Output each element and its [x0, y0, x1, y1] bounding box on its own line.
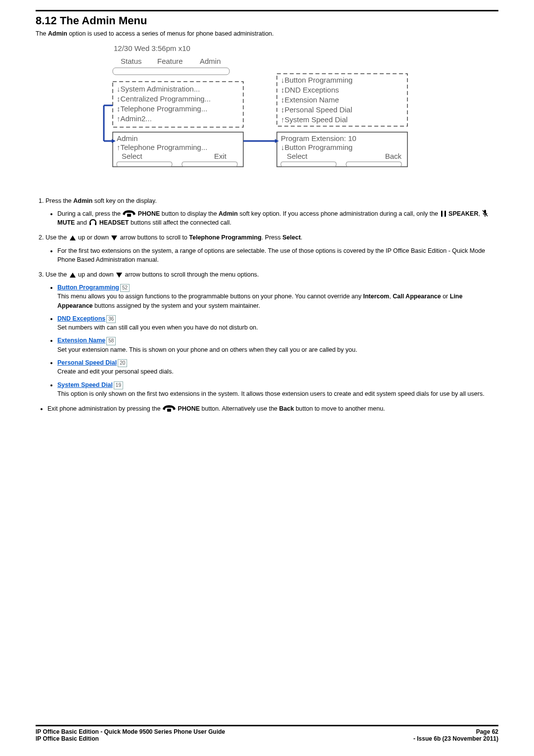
diagram-panel2-softkey-right — [346, 162, 401, 167]
pageref-2: 58 — [106, 337, 116, 345]
svg-rect-12 — [167, 409, 171, 412]
desc0-pre: This menu allows you to assign functions… — [57, 293, 363, 300]
diagram-panel1-line2: ↑Telephone Programming... — [117, 143, 207, 151]
diagram-panel1-left: Select — [122, 152, 143, 160]
step-3: Use the up and down arrow buttons to scr… — [45, 270, 498, 398]
step-2: Use the up or down arrow buttons to scro… — [45, 233, 498, 264]
desc4: This option is only shown on the first t… — [57, 390, 485, 397]
footer-right-2: - Issue 6b (23 November 2011) — [413, 735, 498, 742]
speaker-icon — [441, 210, 446, 217]
desc0-b2: Call Appearance — [393, 293, 441, 300]
step2-sublist: For the first two extensions on the syst… — [45, 246, 498, 264]
diagram-arrowhead-1 — [112, 139, 116, 143]
svg-marker-8 — [70, 236, 76, 240]
desc2: Set your extension name. This is shown o… — [57, 346, 357, 353]
step2-target: Telephone Programming — [189, 234, 262, 241]
step1-sublist: During a call, press the PHONE button to… — [45, 209, 498, 227]
diagram-panel2-left: Select — [287, 152, 308, 160]
footer-left-1: IP Office Basic Edition - Quick Mode 950… — [36, 728, 225, 735]
link-system-speed-dial[interactable]: System Speed Dial — [57, 381, 113, 388]
step3-item-dnd: DND Exceptions36 Set numbers with can st… — [57, 314, 498, 332]
diagram-menu2-2: ↕Extension Name — [281, 95, 339, 104]
step1-mid2: soft key option. If you access phone adm… — [238, 210, 440, 217]
step2-bullet: For the first two extensions on the syst… — [57, 246, 498, 264]
step1-bullet: During a call, press the PHONE button to… — [57, 209, 498, 227]
exit-phone-label: PHONE — [178, 405, 200, 412]
link-personal-speed-dial[interactable]: Personal Speed Dial — [57, 359, 117, 366]
step2-post2: . — [301, 234, 302, 241]
diagram-panel2-title: Program Extension: 10 — [281, 134, 356, 142]
diagram-panel1-right: Exit — [214, 152, 227, 160]
diagram-panel2-right: Back — [385, 152, 402, 160]
step3-item-psd: Personal Speed Dial20 Create and edit yo… — [57, 358, 498, 377]
svg-marker-11 — [116, 273, 122, 278]
step2-mid2: arrow buttons to scroll to — [120, 234, 189, 241]
step1-mid1: button to display the — [162, 210, 219, 217]
down-arrow-icon — [116, 273, 122, 278]
step3-mid2: arrow buttons to scroll through the menu… — [125, 271, 259, 278]
desc0-post: buttons assigned by the system and your … — [93, 302, 260, 309]
diagram-menu2-3: ↕Personal Speed Dial — [281, 105, 352, 114]
exit-mid: button. Alternatively use the — [202, 405, 279, 412]
link-extension-name[interactable]: Extension Name — [57, 337, 105, 344]
mute-icon — [482, 209, 488, 217]
step1-and: and — [75, 219, 89, 226]
pageref-1: 36 — [106, 315, 116, 324]
diagram-softkey-bar — [113, 68, 229, 75]
diagram-menu1-1: ↕Centralized Programming... — [117, 94, 211, 103]
step1-comma: , — [478, 210, 482, 217]
rule-bottom — [36, 725, 498, 726]
diagram-panel2-line2: ↓Button Programming — [281, 143, 353, 151]
admin-menu-diagram: .t { font-family: Arial, sans-serif; fon… — [99, 42, 435, 190]
diagram-tab-admin: Admin — [200, 57, 221, 65]
desc1: Set numbers with can still call you even… — [57, 324, 258, 331]
link-button-programming[interactable]: Button Programming — [57, 284, 119, 291]
rule-top — [36, 10, 498, 11]
footer-right-1: Page 62 — [476, 728, 498, 735]
step1-phone-label: PHONE — [138, 210, 160, 217]
phone-icon — [123, 209, 135, 217]
svg-rect-2 — [445, 211, 446, 217]
svg-marker-9 — [111, 236, 117, 240]
step1-post: soft key on the display. — [92, 197, 157, 204]
diagram-menu1-3: ↑Admin2... — [117, 114, 152, 123]
step-1: Press the Admin soft key on the display.… — [45, 196, 498, 227]
intro-paragraph: The Admin option is used to access a ser… — [36, 30, 498, 37]
step3-pre: Use the — [45, 271, 69, 278]
diagram-menu1-0: ↓System Administration... — [117, 85, 200, 93]
intro-post: option is used to access a series of men… — [67, 30, 274, 37]
diagram-panel1-title: Admin — [117, 134, 138, 142]
step1-bullet-pre: During a call, press the — [57, 210, 122, 217]
pageref-3: 20 — [118, 359, 127, 368]
step3-sublist: Button Programming52 This menu allows yo… — [45, 283, 498, 398]
step2-pre: Use the — [45, 234, 69, 241]
svg-rect-6 — [89, 223, 91, 225]
svg-marker-10 — [70, 273, 76, 278]
diagram-menu2-1: ↕DND Exceptions — [281, 86, 339, 94]
desc3: Create and edit your personal speed dial… — [57, 368, 174, 375]
step1-mute-label: MUTE — [57, 219, 75, 226]
link-dnd-exceptions[interactable]: DND Exceptions — [57, 315, 105, 322]
step1-pre: Press the — [45, 197, 73, 204]
up-arrow-icon — [70, 273, 76, 278]
svg-rect-0 — [127, 214, 131, 217]
intro-pre: The — [36, 30, 48, 37]
svg-rect-7 — [95, 223, 96, 225]
diagram-panel2-softkey-left — [281, 162, 336, 167]
diagram-panel1-softkey-right — [182, 162, 237, 167]
diagram-panel1-softkey-left — [117, 162, 172, 167]
footer-left-2: IP Office Basic Edition — [36, 735, 99, 742]
step3-item-extname: Extension Name58 Set your extension name… — [57, 336, 498, 354]
desc0-b1: Intercom — [363, 293, 389, 300]
step1-strong: Admin — [73, 197, 92, 204]
step2-select: Select — [282, 234, 301, 241]
step1-speaker-label: SPEAKER — [448, 210, 478, 217]
step1-admin: Admin — [219, 210, 238, 217]
step2-mid1: up or down — [78, 234, 110, 241]
step2-post1: . Press — [262, 234, 282, 241]
diagram-menu2-4: ↑System Speed Dial — [281, 115, 348, 124]
headset-icon — [89, 218, 97, 226]
step3-item-ssd: System Speed Dial19 This option is only … — [57, 380, 498, 399]
svg-rect-1 — [441, 211, 443, 217]
steps-list: Press the Admin soft key on the display.… — [36, 196, 498, 398]
